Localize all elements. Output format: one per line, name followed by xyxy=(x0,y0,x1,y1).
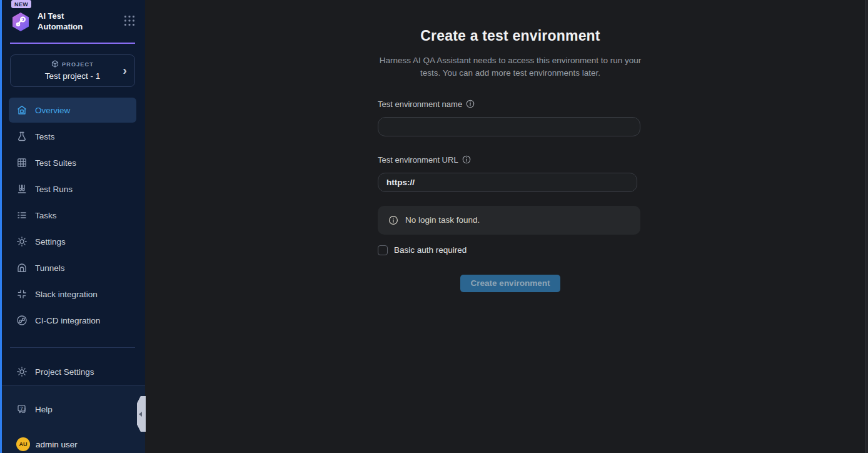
sidebar-header: NEW AI xyxy=(0,0,145,38)
sidebar-item-label: Settings xyxy=(35,237,66,247)
sidebar-item-test-runs[interactable]: Test Runs xyxy=(9,176,136,201)
sidebar-item-cicd-integration[interactable]: CI-CD integration xyxy=(9,308,136,333)
task-list-icon xyxy=(16,210,28,221)
tunnel-icon xyxy=(16,262,28,273)
grid-icon xyxy=(16,157,28,168)
scrollbar-track[interactable] xyxy=(865,0,868,453)
sidebar-item-label: Help xyxy=(35,405,53,414)
window-edge-highlight xyxy=(0,0,2,453)
name-field-label: Test environment name xyxy=(378,99,462,109)
collapse-arrow-icon xyxy=(139,412,142,417)
apps-grid-icon[interactable] xyxy=(124,15,135,29)
sidebar-item-slack-integration[interactable]: Slack integration xyxy=(9,282,136,307)
notice-text: No login task found. xyxy=(405,215,480,225)
sidebar-item-help[interactable]: ? Help xyxy=(9,397,136,422)
sidebar-item-label: Project Settings xyxy=(35,367,94,377)
app-logo-icon xyxy=(10,11,31,33)
sidebar-nav: Overview Tests Test Suites xyxy=(0,98,145,334)
avatar: AU xyxy=(16,437,30,451)
info-icon xyxy=(388,215,398,225)
home-icon xyxy=(16,104,28,116)
project-cube-icon xyxy=(51,60,59,69)
sidebar-item-settings[interactable]: Settings xyxy=(9,229,136,254)
gear-icon xyxy=(16,366,28,377)
environment-url-input[interactable] xyxy=(378,173,637,192)
sidebar-item-project-settings[interactable]: Project Settings xyxy=(9,359,136,384)
sidebar: NEW AI xyxy=(0,0,145,453)
project-eyebrow-label: PROJECT xyxy=(62,61,94,68)
main-content: Create a test environment Harness AI QA … xyxy=(145,0,868,453)
sidebar-item-label: Overview xyxy=(35,106,70,115)
chevron-right-icon: › xyxy=(123,64,127,76)
url-field-label: Test environment URL xyxy=(378,155,458,165)
environment-name-input[interactable] xyxy=(378,117,640,136)
sidebar-item-label: Tests xyxy=(35,132,55,141)
user-name: admin user xyxy=(36,440,78,449)
sidebar-item-label: Tunnels xyxy=(35,263,65,273)
sidebar-item-label: Test Suites xyxy=(35,158,76,168)
brand-divider xyxy=(10,43,135,44)
project-name: Test project - 1 xyxy=(17,71,128,81)
sidebar-item-label: Tasks xyxy=(35,211,57,220)
user-menu[interactable]: AU admin user xyxy=(9,432,136,453)
help-chat-icon: ? xyxy=(16,404,28,415)
sidebar-item-tests[interactable]: Tests xyxy=(9,124,136,149)
cicd-link-icon xyxy=(16,315,28,326)
sidebar-item-overview[interactable]: Overview xyxy=(9,98,136,123)
basic-auth-label: Basic auth required xyxy=(394,245,467,255)
new-badge: NEW xyxy=(11,0,31,8)
sidebar-item-test-suites[interactable]: Test Suites xyxy=(9,150,136,175)
svg-text:?: ? xyxy=(20,405,23,411)
sidebar-item-label: CI-CD integration xyxy=(35,316,100,325)
page-title: Create a test environment xyxy=(378,28,643,44)
slack-icon xyxy=(16,288,28,300)
info-icon[interactable] xyxy=(462,155,471,164)
sidebar-footer: ? Help AU admin user xyxy=(0,385,145,453)
sidebar-item-label: Test Runs xyxy=(35,185,73,194)
sidebar-item-label: Slack integration xyxy=(35,290,98,299)
sidebar-item-tasks[interactable]: Tasks xyxy=(9,203,136,228)
login-task-notice: No login task found. xyxy=(378,206,640,235)
page-subtitle: Harness AI QA Assistant needs to access … xyxy=(378,54,643,80)
test-tubes-icon xyxy=(16,183,28,195)
sidebar-item-tunnels[interactable]: Tunnels xyxy=(9,255,136,280)
nav-divider xyxy=(10,347,135,348)
flask-icon xyxy=(16,131,28,142)
sidebar-collapse-handle[interactable] xyxy=(137,396,146,432)
app-title: AI Test Automation xyxy=(38,11,94,33)
info-icon[interactable] xyxy=(466,99,475,108)
create-environment-button[interactable]: Create environment xyxy=(460,275,561,292)
gear-icon xyxy=(16,236,28,247)
basic-auth-checkbox[interactable] xyxy=(378,245,388,255)
project-selector[interactable]: PROJECT Test project - 1 › xyxy=(10,54,135,87)
